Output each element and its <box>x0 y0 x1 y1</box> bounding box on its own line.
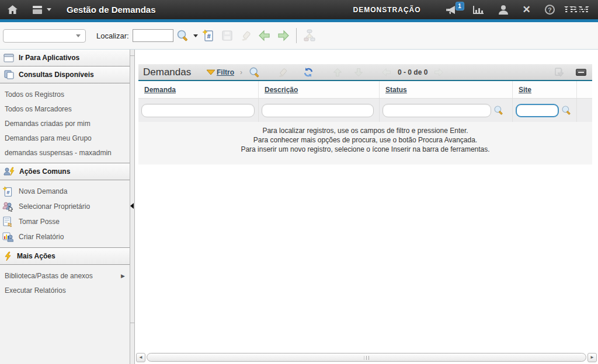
hint-line: Para inserir um novo registro, selecione… <box>138 145 592 154</box>
refresh-icon[interactable] <box>301 66 316 79</box>
previous-record-button[interactable] <box>258 29 272 43</box>
apps-icon <box>32 5 44 15</box>
sidebar-action-create-report[interactable]: Criar Relatório <box>0 229 130 244</box>
scroll-right-button[interactable]: ► <box>587 353 597 362</box>
scroll-left-button[interactable]: ◄ <box>136 353 145 362</box>
status-lookup-icon[interactable] <box>493 105 504 116</box>
sidebar-action-take-ownership[interactable]: Tomar Posse <box>0 214 130 229</box>
demandas-panel: Demandas Filtro › <box>138 64 592 164</box>
help-icon: ? <box>545 5 555 15</box>
empty-table-hints: Para localizar registros, use os campos … <box>138 122 592 164</box>
sidebar-action-select-owner[interactable]: Selecionar Proprietário <box>0 199 130 214</box>
bar-chart-icon <box>472 5 484 15</box>
reports-button[interactable] <box>465 0 491 19</box>
sidebar: Ir Para Aplicativos Consultas Disponívei… <box>0 50 130 364</box>
action-label: Biblioteca/Pastas de anexos <box>5 272 93 280</box>
new-record-icon: # <box>202 29 215 42</box>
scrollbar-thumb[interactable] <box>147 353 586 362</box>
action-label: Executar Relatórios <box>5 286 66 295</box>
panel-title: Demandas <box>143 66 206 78</box>
record-toolbar: Localizar: # <box>0 22 598 50</box>
query-label: demandas suspensas - maxadmin <box>5 149 112 157</box>
table-search-icon[interactable] <box>247 66 262 79</box>
sidebar-item-query[interactable]: Demandas criadas por mim <box>0 116 130 131</box>
applications-menu-button[interactable] <box>25 0 58 19</box>
collapse-sidebar-icon[interactable] <box>130 203 134 209</box>
filter-triangle-icon[interactable] <box>206 69 215 75</box>
column-header-descricao[interactable]: Descrição <box>265 86 298 94</box>
save-icon <box>221 29 234 42</box>
splitter-tick <box>130 55 134 56</box>
prev-page-icon[interactable] <box>379 66 394 79</box>
filter-input-demanda[interactable] <box>141 104 255 117</box>
sidebar-action-run-reports[interactable]: Executar Relatórios <box>0 283 130 298</box>
take-ownership-icon <box>2 216 13 227</box>
sidebar-section-label: Ir Para Aplicativos <box>19 54 79 62</box>
next-record-button[interactable] <box>276 29 290 43</box>
sidebar-action-new-demand[interactable]: # Nova Demanda <box>0 184 130 199</box>
save-button[interactable] <box>220 29 234 43</box>
minimize-table-icon[interactable] <box>576 69 586 76</box>
move-down-icon[interactable] <box>351 66 366 79</box>
sidebar-item-query[interactable]: demandas suspensas - maxadmin <box>0 145 130 160</box>
queries-icon <box>4 70 14 79</box>
sidebar-item-query[interactable]: Todos os Registros <box>0 87 130 102</box>
column-header-demanda[interactable]: Demanda <box>144 86 176 94</box>
sidebar-splitter[interactable] <box>130 50 135 364</box>
query-label: Demandas para meu Grupo <box>5 134 92 142</box>
sidebar-section-common-actions[interactable]: Ações Comuns <box>0 163 130 180</box>
scrollbar-grip <box>364 356 369 360</box>
help-button[interactable]: ? <box>538 0 562 19</box>
sidebar-section-more-actions[interactable]: Mais Ações <box>0 248 130 265</box>
eraser-icon <box>239 29 252 42</box>
query-select[interactable] <box>3 29 86 43</box>
download-icon[interactable] <box>552 66 568 79</box>
search-button[interactable] <box>176 29 190 43</box>
column-header-status[interactable]: Status <box>385 86 407 94</box>
column-header-site[interactable]: Site <box>519 86 531 94</box>
sidebar-section-queries[interactable]: Consultas Disponíveis <box>0 66 130 83</box>
move-up-icon[interactable] <box>330 66 345 79</box>
sidebar-item-query[interactable]: Todos os Marcadores <box>0 102 130 116</box>
home-button[interactable] <box>0 0 25 19</box>
localizar-input[interactable] <box>133 29 173 42</box>
arrow-right-icon <box>277 30 290 41</box>
table-clear-icon[interactable] <box>275 66 290 79</box>
hint-line: Para conhecer mais opções de procura, us… <box>138 135 592 145</box>
filtro-link[interactable]: Filtro <box>217 68 234 76</box>
expand-chevron-icon[interactable]: › <box>240 68 242 76</box>
announcements-button[interactable]: 1 <box>439 0 465 19</box>
sidebar-action-attachments[interactable]: Biblioteca/Pastas de anexos ▶ <box>0 268 130 283</box>
home-icon <box>7 5 18 15</box>
logout-button[interactable]: ✕ <box>516 0 538 19</box>
toolbar-separator <box>296 28 297 43</box>
svg-text:#: # <box>207 33 210 40</box>
search-options-chevron[interactable] <box>193 34 198 37</box>
next-page-icon[interactable] <box>431 66 446 79</box>
workflow-button[interactable] <box>303 29 317 43</box>
sidebar-section-label: Mais Ações <box>17 252 55 260</box>
submenu-arrow-icon: ▶ <box>121 273 125 279</box>
arrow-left-icon <box>258 30 271 41</box>
action-label: Criar Relatório <box>19 233 64 241</box>
chevron-down-icon <box>76 34 81 37</box>
horizontal-scrollbar[interactable]: ◄ ► <box>136 352 597 362</box>
table-header-row: Demanda Descrição Status Site <box>138 81 592 98</box>
splitter-tick <box>130 323 134 323</box>
query-label: Todos os Registros <box>5 90 64 99</box>
scrollbar-track[interactable] <box>147 353 586 362</box>
hint-line: Para localizar registros, use os campos … <box>138 126 592 135</box>
filter-input-site[interactable] <box>516 104 559 117</box>
chevron-down-icon <box>47 8 51 11</box>
localizar-label: Localizar: <box>96 32 129 40</box>
clear-changes-button[interactable] <box>239 29 253 43</box>
site-lookup-icon[interactable] <box>561 105 572 116</box>
sidebar-item-go-to-apps[interactable]: Ir Para Aplicativos <box>0 50 130 66</box>
new-record-button[interactable]: # <box>201 29 215 43</box>
profile-button[interactable] <box>491 0 516 19</box>
filter-input-status[interactable] <box>383 104 491 117</box>
filter-input-descricao[interactable] <box>262 104 374 117</box>
query-label: Todos os Marcadores <box>5 105 72 113</box>
environment-label: DEMONSTRAÇÃO <box>353 6 421 14</box>
sidebar-item-query[interactable]: Demandas para meu Grupo <box>0 131 130 145</box>
